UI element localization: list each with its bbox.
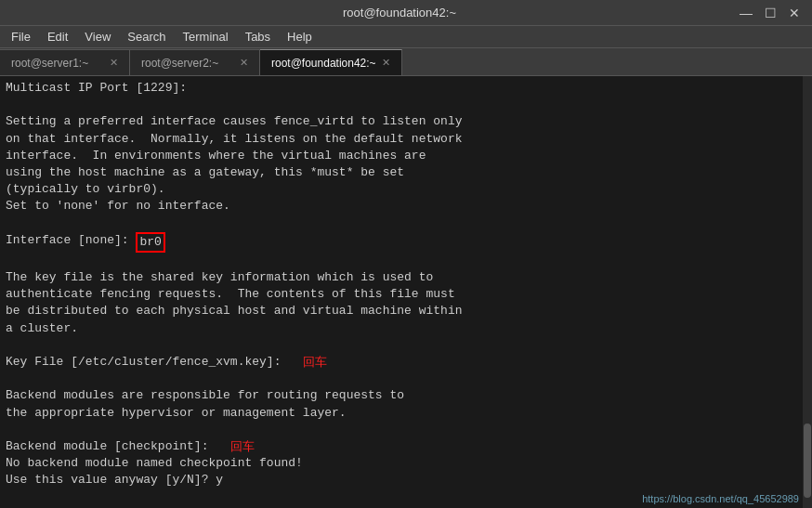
- menu-bar: File Edit View Search Terminal Tabs Help: [0, 26, 812, 48]
- line-empty6: [6, 422, 806, 438]
- line-setting3: interface. In environments where the vir…: [6, 148, 806, 164]
- line-empty5: [6, 371, 806, 387]
- scrollbar-thumb[interactable]: [804, 423, 811, 498]
- menu-help[interactable]: Help: [280, 28, 320, 46]
- line-setting1: Setting a preferred interface causes fen…: [6, 113, 806, 130]
- tab-bar: root@server1:~ ✕ root@server2:~ ✕ root@f…: [0, 48, 812, 76]
- line-keyfile3: be distributed to each physical host and…: [6, 303, 806, 319]
- menu-search[interactable]: Search: [120, 28, 173, 46]
- menu-file[interactable]: File: [4, 28, 38, 46]
- close-button[interactable]: ✕: [784, 3, 805, 23]
- tab-server1-close[interactable]: ✕: [110, 57, 118, 69]
- line-empty1: [6, 97, 806, 113]
- title-bar-text: root@foundation42:~: [63, 6, 736, 20]
- title-bar-controls: — ☐ ✕: [736, 3, 805, 23]
- interface-value: br0: [136, 232, 164, 253]
- line-multicast: Multicast IP Port [1229]:: [6, 80, 806, 97]
- tab-server1[interactable]: root@server1:~ ✕: [0, 49, 130, 75]
- line-keyfile-prompt: Key File [/etc/cluster/fence_xvm.key]: 回…: [6, 354, 806, 371]
- menu-terminal[interactable]: Terminal: [176, 28, 236, 46]
- line-backend2: the appropriate hypervisor or management…: [6, 405, 806, 422]
- tab-foundation42[interactable]: root@foundation42:~ ✕: [260, 49, 402, 75]
- line-interface: Interface [none]: br0: [6, 232, 806, 253]
- tab-server1-label: root@server1:~: [11, 57, 88, 70]
- terminal-content[interactable]: Multicast IP Port [1229]: Setting a pref…: [0, 76, 812, 508]
- line-keyfile2: authenticate fencing requests. The conte…: [6, 286, 806, 303]
- line-usevalue: Use this value anyway [y/N]? y: [6, 472, 806, 488]
- tab-server2-label: root@server2:~: [141, 57, 218, 70]
- line-setting4: using the host machine as a gateway, thi…: [6, 164, 806, 181]
- line-empty2: [6, 215, 806, 232]
- menu-tabs[interactable]: Tabs: [238, 28, 278, 46]
- line-keyfile4: a cluster.: [6, 320, 806, 337]
- tab-foundation42-label: root@foundation42:~: [271, 57, 376, 70]
- keyfile-note: 回车: [303, 354, 327, 371]
- watermark: https://blog.csdn.net/qq_45652989: [642, 492, 799, 506]
- line-keyfile1: The key file is the shared key informati…: [6, 269, 806, 286]
- minimize-button[interactable]: —: [736, 3, 756, 23]
- menu-edit[interactable]: Edit: [40, 28, 75, 46]
- scrollbar[interactable]: [803, 76, 812, 508]
- line-backend-prompt: Backend module [checkpoint]: 回车: [6, 438, 806, 455]
- title-bar: root@foundation42:~ — ☐ ✕: [0, 0, 812, 26]
- line-setting5: (typically to virbr0).: [6, 181, 806, 198]
- tab-server2[interactable]: root@server2:~ ✕: [130, 49, 260, 75]
- menu-view[interactable]: View: [77, 28, 118, 46]
- line-setnone: Set to 'none' for no interface.: [6, 198, 806, 215]
- tab-foundation42-close[interactable]: ✕: [382, 57, 390, 69]
- tab-server2-close[interactable]: ✕: [240, 57, 248, 69]
- line-nobackend: No backend module named checkpoint found…: [6, 455, 806, 472]
- backend-note: 回车: [230, 438, 255, 455]
- line-backend1: Backend modules are responsible for rout…: [6, 387, 806, 404]
- line-empty4: [6, 337, 806, 354]
- line-empty3: [6, 253, 806, 269]
- line-setting2: on that interface. Normally, it listens …: [6, 131, 806, 148]
- maximize-button[interactable]: ☐: [760, 3, 780, 23]
